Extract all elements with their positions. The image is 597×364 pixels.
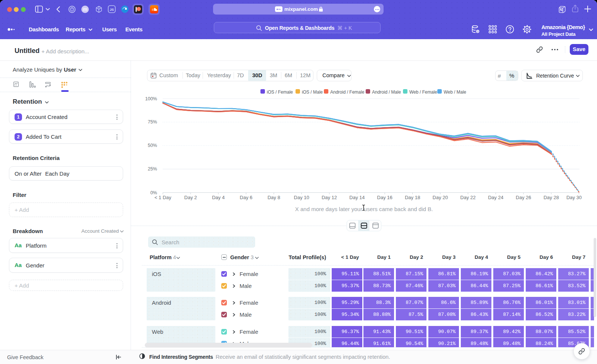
svg-text:50%: 50% [148,143,157,148]
svg-text:Day 12: Day 12 [322,195,337,200]
svg-text:Day 22: Day 22 [460,195,476,200]
svg-text:Day 24: Day 24 [488,195,503,200]
svg-text:Day 26: Day 26 [516,195,531,200]
svg-text:Day 18: Day 18 [405,195,420,200]
svg-text:Day 20: Day 20 [432,195,448,200]
svg-text:75%: 75% [148,119,157,125]
svg-text:Day 28: Day 28 [544,195,559,200]
svg-text:Day 30: Day 30 [566,195,582,200]
svg-text:Day 10: Day 10 [294,195,309,200]
svg-text:Day 4: Day 4 [212,195,225,200]
svg-text:Day 2: Day 2 [184,195,197,200]
svg-text:Day 14: Day 14 [349,195,365,200]
svg-text:Day 6: Day 6 [240,195,253,200]
svg-text:25%: 25% [148,166,157,172]
svg-text:100%: 100% [145,96,157,101]
svg-text:Day 16: Day 16 [377,195,393,200]
svg-text:< 1 Day: < 1 Day [154,195,172,200]
svg-text:Day 8: Day 8 [268,195,280,200]
